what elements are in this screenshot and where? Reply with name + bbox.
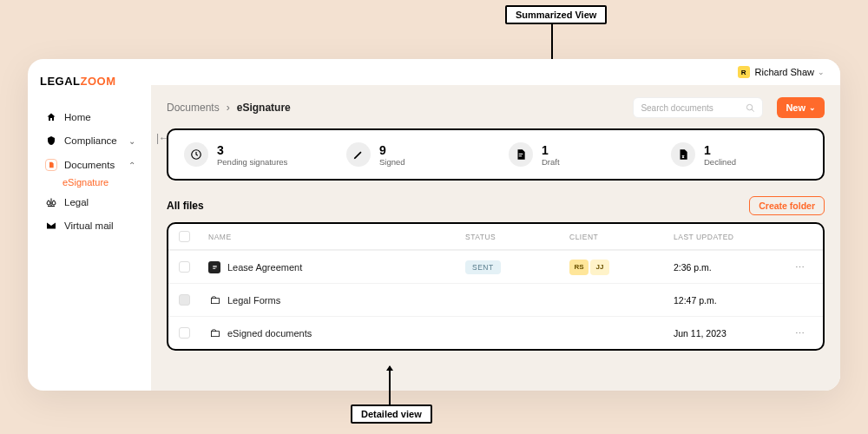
brand-part-2: ZOOM [81, 75, 116, 88]
sidebar-label-esignature: eSignature [62, 177, 108, 187]
app-window: LEGALZOOM Home Compliance ⌄ Document [28, 59, 840, 391]
search-input[interactable]: Search documents [633, 97, 763, 118]
search-placeholder: Search documents [641, 103, 713, 113]
all-files-header: All files Create folder [167, 196, 825, 215]
svg-rect-6 [213, 268, 215, 269]
mail-icon [45, 220, 57, 231]
scales-icon [45, 197, 57, 207]
create-folder-button[interactable]: Create folder [749, 196, 825, 215]
sidebar-item-virtual-mail[interactable]: Virtual mail [40, 215, 141, 236]
sidebar-item-documents[interactable]: Documents ⌃ [40, 154, 141, 176]
row-more-button[interactable]: ⋯ [786, 328, 812, 339]
brand-part-1: LEGAL [40, 75, 81, 88]
user-avatar: R [738, 66, 750, 78]
sidebar-subitem-esignature[interactable]: eSignature [40, 177, 141, 187]
row-name: Legal Forms [227, 295, 280, 306]
svg-point-0 [747, 104, 753, 109]
row-updated: Jun 11, 2023 [674, 328, 786, 339]
stat-declined[interactable]: 1Declined [671, 142, 807, 167]
table-row[interactable]: Lease Agreement SENT RS JJ 2:36 p.m. ⋯ [168, 250, 823, 283]
svg-rect-5 [213, 267, 217, 268]
row-updated: 12:47 p.m. [674, 295, 786, 306]
stat-declined-count: 1 [704, 143, 736, 157]
arrow-to-summary [551, 23, 553, 63]
pen-icon [346, 142, 371, 167]
col-status: STATUS [465, 233, 569, 241]
files-table: NAME STATUS CLIENT LAST UPDATED Lease Ag… [167, 222, 825, 351]
sidebar: LEGALZOOM Home Compliance ⌄ Document [28, 59, 151, 391]
select-all-checkbox[interactable] [179, 231, 190, 242]
stat-pending-label: Pending signatures [217, 157, 287, 167]
table-row[interactable]: 🗀 eSigned documents Jun 11, 2023 ⋯ [168, 316, 823, 349]
client-chip: RS [569, 260, 589, 275]
main-content: R Richard Shaw ⌄ Documents › eSignature … [151, 59, 840, 391]
brand-logo: LEGALZOOM [40, 75, 141, 88]
chevron-down-icon: ⌄ [809, 103, 816, 112]
svg-rect-2 [519, 154, 523, 155]
breadcrumb-separator: › [227, 102, 230, 114]
stat-signed-count: 9 [379, 143, 405, 157]
stat-draft-label: Draft [542, 157, 560, 167]
row-name: Lease Agreement [227, 262, 302, 273]
svg-rect-4 [213, 266, 217, 266]
callout-summarized-view: Summarized View [505, 5, 607, 24]
col-name: NAME [208, 233, 465, 241]
callout-detailed-view: Detailed view [351, 404, 432, 424]
col-client: CLIENT [569, 233, 674, 241]
sidebar-label-home: Home [64, 112, 91, 122]
table-header: NAME STATUS CLIENT LAST UPDATED [168, 224, 823, 250]
stat-draft[interactable]: 1Draft [509, 142, 645, 167]
documents-icon [45, 159, 57, 171]
table-row[interactable]: 🗀 Legal Forms 12:47 p.m. [168, 283, 823, 316]
document-icon [208, 261, 220, 273]
search-icon [746, 103, 755, 113]
sidebar-label-legal: Legal [64, 197, 89, 207]
chevron-down-icon: ⌄ [128, 136, 135, 146]
shield-icon [45, 135, 57, 146]
sidebar-label-documents: Documents [64, 160, 115, 170]
stat-signed-label: Signed [379, 157, 405, 167]
new-button-label: New [786, 102, 806, 113]
breadcrumb-current: eSignature [237, 102, 291, 114]
stat-declined-label: Declined [704, 157, 736, 167]
folder-icon: 🗀 [208, 294, 220, 306]
summary-cards: 3Pending signatures 9Signed 1Draft 1Decl… [167, 128, 825, 181]
row-checkbox[interactable] [179, 327, 190, 339]
all-files-heading: All files [167, 200, 204, 212]
topbar: R Richard Shaw ⌄ [151, 59, 840, 85]
clock-icon [184, 142, 208, 167]
svg-rect-3 [519, 155, 523, 156]
arrow-to-detail [389, 366, 391, 404]
new-button[interactable]: New ⌄ [777, 97, 825, 118]
status-badge: SENT [465, 260, 501, 274]
chevron-down-icon[interactable]: ⌄ [818, 68, 825, 76]
client-chip: JJ [590, 260, 609, 275]
chevron-up-icon: ⌃ [128, 161, 135, 170]
row-checkbox[interactable] [179, 294, 190, 306]
folder-icon: 🗀 [208, 327, 220, 339]
home-icon [45, 112, 57, 122]
collapse-sidebar-button[interactable]: |← [156, 132, 169, 144]
sidebar-label-compliance: Compliance [64, 135, 117, 146]
declined-icon [671, 142, 695, 167]
row-name: eSigned documents [227, 328, 312, 339]
sidebar-item-home[interactable]: Home [40, 107, 141, 128]
sidebar-item-legal[interactable]: Legal [40, 192, 141, 213]
row-updated: 2:36 p.m. [674, 262, 786, 273]
stat-signed[interactable]: 9Signed [346, 142, 483, 167]
sidebar-label-virtual-mail: Virtual mail [64, 220, 114, 231]
sidebar-nav: Home Compliance ⌄ Documents ⌃ eSignature [40, 107, 141, 236]
stat-draft-count: 1 [542, 143, 560, 157]
row-checkbox[interactable] [179, 261, 190, 273]
stat-pending[interactable]: 3Pending signatures [184, 142, 320, 167]
draft-icon [509, 142, 533, 167]
toolbar-row: Documents › eSignature Search documents … [151, 85, 840, 128]
breadcrumb-parent[interactable]: Documents [167, 102, 220, 114]
user-name[interactable]: Richard Shaw [755, 67, 814, 77]
row-clients: RS JJ [569, 260, 674, 275]
sidebar-item-compliance[interactable]: Compliance ⌄ [40, 130, 141, 151]
stat-pending-count: 3 [217, 143, 287, 157]
row-more-button[interactable]: ⋯ [786, 262, 812, 273]
col-updated: LAST UPDATED [674, 233, 786, 241]
